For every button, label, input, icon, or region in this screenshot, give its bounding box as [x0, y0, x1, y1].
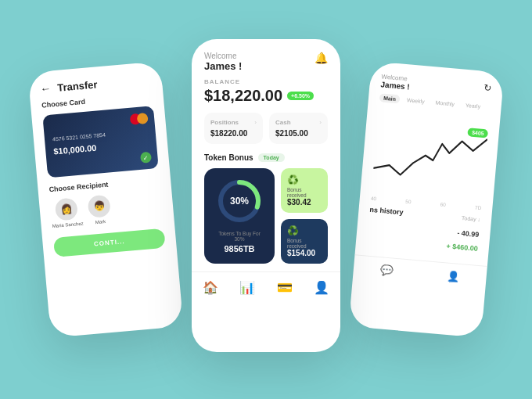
positions-chevron-icon: › — [254, 119, 257, 126]
recipient-avatar-1: 👩 — [55, 197, 78, 221]
bonus-received-label-1: Bonus received — [287, 187, 322, 198]
cash-amount: $2105.00 — [275, 129, 322, 138]
x-label-7d: 7D — [475, 204, 482, 210]
tokens-to-buy-label: Tokens To Buy For 30% — [214, 231, 265, 242]
right-welcome-name: James ! — [380, 80, 410, 91]
chart-badge: $405 — [468, 128, 488, 138]
balance-row: $18,220.00 +6.50% — [204, 87, 328, 105]
cash-label: Cash — [275, 119, 291, 126]
center-bottom-nav: 🏠 📊 💳 👤 — [192, 271, 340, 304]
token-bonus-header: Token Bonus Today — [192, 153, 340, 168]
transaction-amount-2: + $460.00 — [446, 242, 478, 252]
token-bonus-title: Token Bonus — [204, 153, 253, 162]
balance-amount: $18,220.00 — [204, 87, 282, 105]
bonus-received-label-2: Bonus received — [287, 238, 322, 249]
card-amount: $10,000.00 — [53, 138, 149, 156]
cash-card[interactable]: Cash › $2105.00 — [269, 113, 328, 144]
x-label-50: 50 — [405, 199, 412, 205]
bonus-icon-1: ♻️ — [287, 174, 322, 185]
bonus-main-card: 30% Tokens To Buy For 30% 9856TB — [204, 168, 275, 264]
tab-yearly[interactable]: Yearly — [462, 100, 485, 111]
recipient-item[interactable]: 👩 Maria Sanchez — [50, 197, 84, 228]
bonus-card-1: ♻️ Bonus received $30.42 — [281, 168, 328, 213]
nav-chart-icon[interactable]: 📊 — [239, 280, 255, 295]
positions-card[interactable]: Positions › $18220.00 — [204, 113, 263, 144]
recipient-item[interactable]: 👦 Mark — [88, 195, 112, 225]
tab-main[interactable]: Main — [379, 93, 401, 103]
accounts-row: Positions › $18220.00 Cash › $2105.00 — [192, 113, 340, 153]
donut-chart: 30% — [216, 178, 263, 225]
bonus-card-2: ♻️ Bonus received $154.00 — [281, 219, 328, 264]
mastercard-icon — [130, 113, 149, 125]
welcome-section: Welcome James ! — [204, 52, 242, 72]
nav-message-icon[interactable]: 💬 — [380, 264, 394, 276]
center-top-bar: Welcome James ! 🔔 — [192, 39, 340, 78]
nav-card-icon[interactable]: 💳 — [277, 280, 293, 295]
today-badge: Today — [258, 153, 285, 162]
recipient-name-1: Maria Sanchez — [52, 221, 83, 228]
bonus-right-cards: ♻️ Bonus received $30.42 ♻️ Bonus receiv… — [281, 168, 328, 264]
cash-chevron-icon: › — [319, 119, 322, 126]
right-bottom-nav: 💬 👤 — [353, 254, 487, 293]
welcome-text: Welcome — [204, 52, 242, 60]
chart-area: $405 — [360, 107, 500, 204]
cash-card-header: Cash › — [275, 119, 322, 126]
today-dropdown[interactable]: Today ↓ — [462, 215, 481, 222]
phone-center: Welcome James ! 🔔 BALANCE $18,220.00 +6.… — [192, 39, 340, 352]
transfer-title: Transfer — [57, 78, 98, 93]
nav-home-icon[interactable]: 🏠 — [203, 280, 218, 295]
transaction-amount-1: - 40.99 — [457, 229, 480, 239]
refresh-icon[interactable]: ↻ — [483, 82, 492, 94]
tab-weekly[interactable]: Weekly — [402, 95, 429, 106]
nav-profile-icon[interactable]: 👤 — [314, 280, 329, 295]
x-label-60: 60 — [440, 202, 446, 208]
bonus-received-amount-2: $154.00 — [287, 249, 322, 257]
donut-label: 30% — [230, 196, 249, 207]
recipient-name-2: Mark — [95, 219, 106, 225]
tokens-to-buy-value: 9856TB — [224, 244, 254, 253]
welcome-name: James ! — [204, 60, 242, 72]
right-welcome-section: Welcome James ! — [380, 73, 411, 91]
card-visual[interactable]: 4576 5321 0255 7854 $10,000.00 ✓ — [42, 106, 158, 178]
mastercard-circle-yellow — [137, 113, 149, 124]
positions-card-header: Positions › — [210, 119, 257, 126]
phone-left: ← Transfer Choose Card 4576 5321 0255 78… — [28, 61, 184, 338]
positions-label: Positions — [210, 119, 239, 126]
bonus-cards-row: 30% Tokens To Buy For 30% 9856TB ♻️ Bonu… — [192, 168, 340, 271]
card-checkmark-icon: ✓ — [140, 152, 152, 164]
phones-container: ← Transfer Choose Card 4576 5321 0255 78… — [23, 16, 509, 383]
phone-right: Welcome James ! ↻ Main Weekly Monthly Ye… — [349, 61, 505, 338]
recipient-avatar-2: 👦 — [88, 195, 111, 218]
change-badge: +6.50% — [287, 92, 314, 100]
tab-monthly[interactable]: Monthly — [431, 98, 458, 109]
bonus-received-amount-1: $30.42 — [287, 198, 322, 207]
bonus-icon-2: ♻️ — [287, 225, 322, 236]
nav-user-icon[interactable]: 👤 — [446, 270, 459, 282]
back-arrow-icon[interactable]: ← — [40, 82, 52, 95]
balance-section: BALANCE $18,220.00 +6.50% — [192, 78, 340, 113]
positions-amount: $18220.00 — [210, 129, 257, 138]
x-label-40: 40 — [371, 196, 377, 202]
balance-label: BALANCE — [204, 78, 328, 85]
bell-icon[interactable]: 🔔 — [315, 52, 328, 64]
